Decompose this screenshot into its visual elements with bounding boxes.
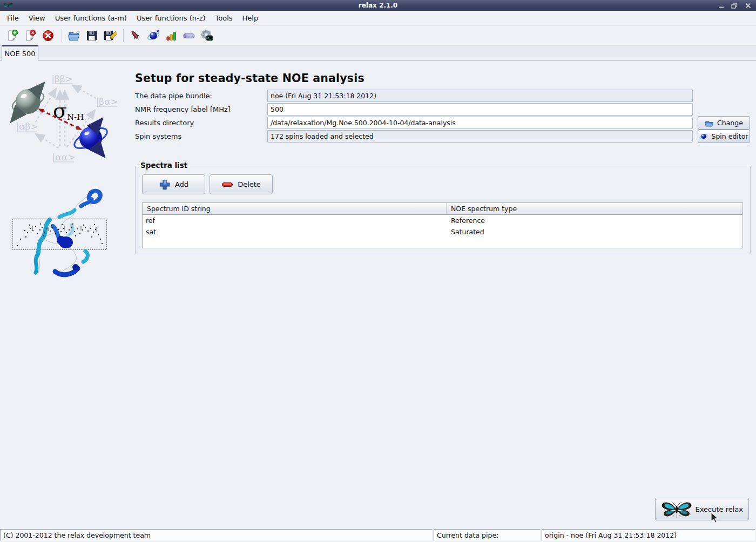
execute-relax-button[interactable]: Execute relax bbox=[655, 498, 749, 520]
open-state-icon[interactable] bbox=[66, 28, 82, 44]
spectra-table-header: Spectrum ID string NOE spectrum type bbox=[143, 203, 742, 215]
plus-icon bbox=[159, 179, 171, 191]
svg-text:σN-H: σN-H bbox=[53, 99, 84, 123]
nmr-frequency-label: NMR frequency label [MHz] bbox=[135, 105, 267, 113]
spin-viewer-icon[interactable] bbox=[145, 28, 161, 44]
relax-controller-icon[interactable] bbox=[127, 28, 144, 44]
close-analysis-icon[interactable] bbox=[22, 28, 38, 44]
spin-systems-label: Spin systems bbox=[135, 132, 267, 140]
page-title: Setup for steady-state NOE analysis bbox=[135, 72, 364, 85]
sigma-label: σ bbox=[53, 99, 67, 123]
spin-systems-field bbox=[267, 130, 693, 143]
toolbar bbox=[0, 26, 756, 45]
noe-spin-diagram: |ββ> |βα> |αβ> |αα> σN-H bbox=[4, 73, 122, 168]
results-directory-field[interactable] bbox=[267, 117, 693, 129]
butterfly-icon bbox=[660, 500, 693, 519]
nmr-frequency-field[interactable] bbox=[267, 103, 693, 116]
spectra-table: Spectrum ID string NOE spectrum type ref… bbox=[142, 202, 743, 248]
minimize-button[interactable] bbox=[717, 2, 725, 9]
spectra-list-groupbox: Spectra list Add Delete Spectrum ID bbox=[135, 166, 751, 254]
column-header-noe-type: NOE spectrum type bbox=[447, 203, 517, 214]
relax-prompt-icon[interactable] bbox=[199, 28, 215, 44]
spin-sphere-icon bbox=[699, 132, 708, 140]
add-spectrum-button[interactable]: Add bbox=[142, 174, 205, 194]
ket-ab-label: |αβ> bbox=[16, 121, 38, 132]
new-analysis-icon[interactable] bbox=[4, 28, 21, 44]
title-bar: relax 2.1.0 bbox=[0, 0, 756, 11]
protein-structure-image bbox=[11, 187, 111, 287]
restore-button[interactable] bbox=[731, 2, 738, 9]
column-header-spectrum-id: Spectrum ID string bbox=[143, 203, 447, 214]
status-bar: (C) 2001-2012 the relax development team… bbox=[0, 528, 756, 542]
form-row: Results directory Change bbox=[135, 116, 750, 130]
save-as-icon[interactable] bbox=[102, 28, 118, 44]
tab-noe-500[interactable]: NOE 500 bbox=[2, 45, 38, 60]
menu-user-functions-nz[interactable]: User functions (n-z) bbox=[132, 12, 211, 24]
menu-help[interactable]: Help bbox=[238, 12, 264, 24]
form-row: The data pipe bundle: bbox=[135, 89, 750, 103]
current-data-pipe-value: origin - noe (Fri Aug 31 21:53:18 2012) bbox=[542, 529, 755, 541]
results-directory-label: Results directory bbox=[135, 119, 267, 127]
tab-bar: NOE 500 bbox=[0, 45, 756, 60]
setup-form: The data pipe bundle: NMR frequency labe… bbox=[135, 89, 750, 143]
ket-aa-label: |αα> bbox=[52, 152, 76, 162]
menu-view[interactable]: View bbox=[24, 12, 50, 24]
pipe-editor-icon[interactable] bbox=[181, 28, 197, 44]
mouse-cursor bbox=[711, 512, 719, 524]
menu-tools[interactable]: Tools bbox=[211, 12, 238, 24]
data-pipe-bundle-field bbox=[267, 90, 693, 102]
toolbar-separator bbox=[62, 29, 62, 42]
exit-icon[interactable] bbox=[40, 28, 56, 44]
form-row: Spin systems Spin editor bbox=[135, 130, 750, 143]
spectra-list-legend: Spectra list bbox=[138, 161, 190, 170]
delete-spectrum-button[interactable]: Delete bbox=[210, 174, 273, 194]
ket-ba-label: |βα> bbox=[96, 96, 118, 107]
minus-icon bbox=[221, 181, 233, 188]
results-viewer-icon[interactable] bbox=[163, 28, 179, 44]
menu-bar: File View User functions (a-m) User func… bbox=[0, 11, 756, 26]
window-title: relax 2.1.0 bbox=[0, 0, 756, 11]
data-pipe-bundle-label: The data pipe bundle: bbox=[135, 92, 267, 100]
relax-logo-icon bbox=[3, 2, 14, 9]
save-state-icon[interactable] bbox=[84, 28, 100, 44]
ket-bb-label: |ββ> bbox=[51, 73, 73, 84]
toolbar-separator bbox=[123, 29, 124, 42]
change-directory-button[interactable]: Change bbox=[698, 116, 750, 130]
table-row[interactable]: ref Reference bbox=[143, 215, 742, 226]
analysis-panel: |ββ> |βα> |αβ> |αα> σN-H bbox=[0, 60, 756, 528]
folder-icon bbox=[705, 119, 714, 127]
sigma-subscript: N-H bbox=[67, 112, 84, 122]
current-data-pipe-label: Current data pipe: bbox=[434, 529, 541, 541]
close-button[interactable] bbox=[744, 2, 752, 9]
copyright-status: (C) 2001-2012 the relax development team bbox=[0, 529, 433, 541]
table-row[interactable]: sat Saturated bbox=[143, 226, 742, 238]
menu-user-functions-am[interactable]: User functions (a-m) bbox=[50, 12, 132, 24]
spin-editor-button[interactable]: Spin editor bbox=[698, 130, 750, 143]
form-row: NMR frequency label [MHz] bbox=[135, 103, 750, 116]
menu-file[interactable]: File bbox=[2, 12, 24, 24]
